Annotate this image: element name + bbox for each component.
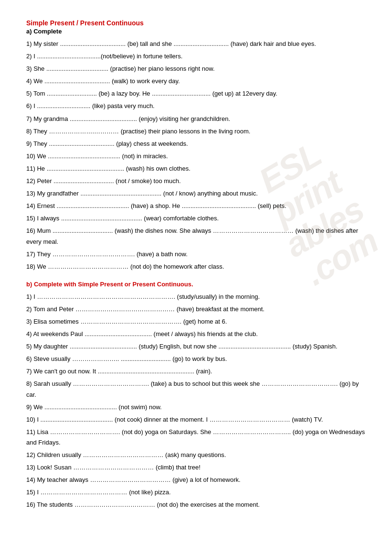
- list-item: 3) Elisa sometimes …………………………………………. (ge…: [26, 316, 366, 327]
- list-item: 5) My daughter .........................…: [26, 341, 366, 352]
- list-item: 12) Children usually ………………………………… (ask)…: [26, 450, 366, 460]
- list-item: 10) I ..................................…: [26, 414, 366, 425]
- list-item: 9) They ................................…: [26, 139, 366, 149]
- list-item: 10) We .................................…: [26, 151, 366, 162]
- list-item: 4) At weekends Paul ....................…: [26, 329, 366, 339]
- list-item: 4) We ..................................…: [26, 76, 366, 87]
- list-item: 8) Sarah usually ………………………………. (take) a …: [26, 379, 366, 400]
- section-b-label: b) Complete with Simple Present or Prese…: [26, 281, 366, 288]
- list-item: 15) I …………………………………… (not like) pizza.: [26, 487, 366, 498]
- list-item: 13) My grandfather .....................…: [26, 188, 366, 199]
- list-item: 16) The students ………………………………… (not do) …: [26, 500, 366, 510]
- list-item: 2) I ...................................…: [26, 51, 366, 62]
- list-item: 1) I …………………………………………………………. (study/usua…: [26, 292, 366, 302]
- list-item: 11) He .................................…: [26, 163, 366, 174]
- page: ESLprintables.com Simple Present / Prese…: [0, 0, 392, 538]
- list-item: 16) Mum ................................…: [26, 226, 366, 247]
- list-item: 17) They …………………………………. (have) a bath no…: [26, 249, 366, 260]
- page-title: Simple Present / Present Continuous: [26, 19, 366, 27]
- list-item: 13) Look! Susan ………………………………… (climb) th…: [26, 462, 366, 473]
- list-item: 1) My sister ...........................…: [26, 39, 366, 49]
- list-item: 18) We ………………………………… (not do) the homewo…: [26, 261, 366, 272]
- list-item: 3) She .................................…: [26, 64, 366, 74]
- list-item: 14) My teacher always ………………………………… (giv…: [26, 475, 366, 485]
- list-item: 5) Tom ............................. (be…: [26, 88, 366, 99]
- section-a-block: 1) My sister ...........................…: [26, 39, 366, 272]
- list-item: 8) They ………………….………… (practise) their pi…: [26, 126, 366, 137]
- section-b-block: 1) I …………………………………………………………. (study/usua…: [26, 292, 366, 511]
- list-item: 12) Peter ..............................…: [26, 176, 366, 186]
- list-item: 6) Steve usually ………………….. .............…: [26, 354, 366, 364]
- list-item: 2) Tom and Peter ………………………………………… (have)…: [26, 304, 366, 315]
- list-item: 6) I ............................... (li…: [26, 101, 366, 111]
- list-item: 15) I always ...........................…: [26, 213, 366, 224]
- list-item: 9) We ..................................…: [26, 402, 366, 413]
- list-item: 7) My grandma ..........................…: [26, 114, 366, 124]
- list-item: 7) We can't go out now. It .............…: [26, 366, 366, 377]
- section-a-label: a) Complete: [26, 28, 366, 35]
- list-item: 11) Lisa ……………………………. (not do) yoga on S…: [26, 427, 366, 448]
- list-item: 14) Ernest .............................…: [26, 201, 366, 211]
